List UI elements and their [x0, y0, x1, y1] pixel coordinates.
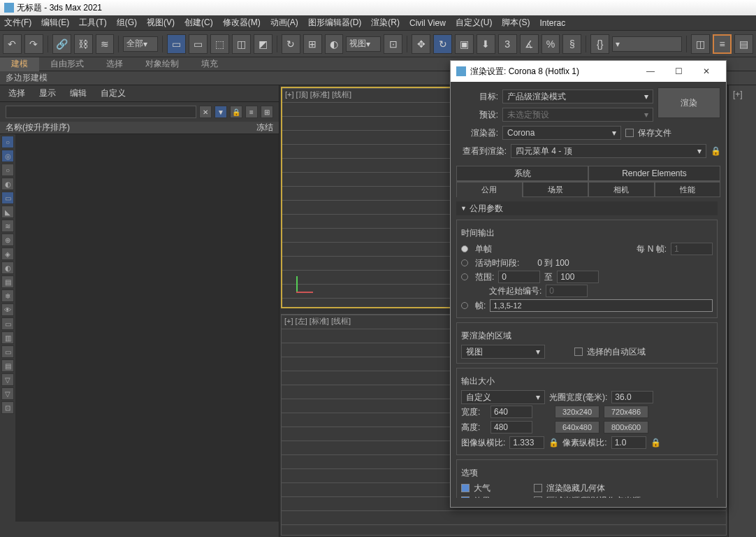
redo-button[interactable]: ↷ — [24, 34, 43, 54]
spinner-snap-button[interactable]: § — [562, 34, 581, 54]
filter-groups-icon[interactable]: ⊕ — [1, 234, 14, 246]
refcoord-select[interactable]: 视图 ▾ — [346, 36, 381, 52]
menu-civil[interactable]: Civil View — [409, 18, 446, 28]
hidden-check[interactable] — [534, 484, 542, 492]
percent-snap-button[interactable]: % — [541, 34, 560, 54]
menu-create[interactable]: 创建(C) — [184, 17, 213, 29]
filter-cameras-icon[interactable]: ▭ — [1, 192, 14, 204]
menu-view[interactable]: 视图(V) — [147, 17, 175, 29]
filter-e-icon[interactable]: ▽ — [1, 387, 14, 400]
scene-tab-select[interactable]: 选择 — [8, 87, 25, 99]
filter-b-icon[interactable]: ▭ — [1, 345, 14, 358]
viewto-select[interactable]: 四元菜单 4 - 顶▾ — [511, 144, 706, 158]
close-button[interactable]: ✕ — [692, 62, 720, 81]
flyout-button[interactable]: ⊞ — [303, 34, 322, 54]
frames-input[interactable] — [490, 299, 713, 312]
scale-button[interactable]: ▣ — [455, 34, 474, 54]
active-seg-radio[interactable] — [461, 259, 468, 266]
maximize-button[interactable]: ☐ — [664, 62, 692, 81]
viewport-left-label[interactable]: [+] [左] [标准] [线框] — [284, 316, 351, 327]
layer-button[interactable]: ▤ — [734, 34, 753, 54]
lock-icon[interactable]: 🔒 — [230, 106, 242, 118]
tab-scene[interactable]: 场景 — [523, 182, 589, 197]
menu-render[interactable]: 渲染(R) — [371, 17, 400, 29]
preset-800[interactable]: 800x600 — [604, 421, 648, 434]
angle-snap-button[interactable]: ∡ — [520, 34, 539, 54]
list-icon[interactable]: ≡ — [245, 106, 258, 118]
filter-xrefs-icon[interactable]: ◈ — [1, 248, 14, 260]
center-button[interactable]: ⊡ — [384, 34, 402, 54]
tab-common[interactable]: 公用 — [456, 182, 523, 197]
unlink-button[interactable]: ⛓ — [74, 34, 93, 54]
img-lock-icon[interactable]: 🔒 — [548, 438, 558, 448]
area-light-check[interactable] — [534, 496, 542, 498]
minimize-button[interactable]: — — [637, 62, 664, 81]
width-spin[interactable]: 640 — [490, 406, 532, 418]
ribbon-tab-freeform[interactable]: 自由形式 — [39, 57, 95, 71]
options-icon[interactable]: ⊞ — [261, 106, 273, 118]
move-button[interactable]: ✥ — [412, 34, 430, 54]
menu-group[interactable]: 组(G) — [117, 17, 137, 29]
filter-all-icon[interactable]: ○ — [1, 136, 14, 148]
menu-edit[interactable]: 编辑(E) — [41, 17, 69, 29]
select-crossing-button[interactable]: ◩ — [254, 34, 272, 54]
bind-button[interactable]: ≋ — [96, 34, 115, 54]
single-radio[interactable] — [461, 245, 468, 252]
menu-animation[interactable]: 动画(A) — [270, 17, 298, 29]
select-window-button[interactable]: ◫ — [232, 34, 251, 54]
scene-tab-display[interactable]: 显示 — [39, 87, 56, 99]
atmosphere-check[interactable] — [461, 484, 470, 492]
search-input[interactable] — [6, 106, 196, 118]
align-button[interactable]: ≡ — [713, 34, 732, 54]
savefile-check[interactable] — [625, 129, 634, 137]
preset-640[interactable]: 640x480 — [555, 421, 599, 434]
filter-f-icon[interactable]: ⊡ — [1, 401, 14, 414]
menu-interactive[interactable]: Interac — [539, 18, 565, 28]
aperture-spin[interactable]: 36.0 — [611, 391, 653, 403]
ribbon-tab-paint[interactable]: 对象绘制 — [134, 57, 190, 71]
lock-view-icon[interactable]: 🔒 — [711, 146, 720, 156]
range-to-spin[interactable]: 100 — [557, 271, 599, 283]
filter-frozen-icon[interactable]: ❄ — [1, 289, 14, 302]
filter-none-icon[interactable]: ▭ — [1, 317, 14, 330]
filter-hidden-icon[interactable]: 👁 — [1, 303, 14, 316]
ribbon-tab-populate[interactable]: 填充 — [190, 57, 229, 71]
filter-containers-icon[interactable]: ▤ — [1, 275, 14, 288]
filter-helpers-icon[interactable]: ◣ — [1, 206, 14, 218]
preset-select[interactable]: 未选定预设▾ — [502, 108, 653, 122]
filter-select[interactable]: 全部 ▾ — [123, 36, 158, 52]
clear-icon[interactable]: ✕ — [199, 106, 212, 118]
pix-lock-icon[interactable]: 🔒 — [650, 438, 660, 448]
menu-tools[interactable]: 工具(T) — [79, 17, 106, 29]
range-from-spin[interactable]: 0 — [498, 271, 540, 283]
filter-spacewarps-icon[interactable]: ≋ — [1, 220, 14, 232]
axis-gizmo[interactable] — [296, 272, 317, 293]
effects-check[interactable] — [461, 496, 470, 498]
named-sel-select[interactable]: ▾ — [612, 36, 682, 52]
filter-geometry-icon[interactable]: ◎ — [1, 150, 14, 162]
ribbon-tab-modeling[interactable]: 建模 — [0, 57, 39, 71]
menu-script[interactable]: 脚本(S) — [502, 17, 530, 29]
target-select[interactable]: 产品级渲染模式▾ — [502, 90, 653, 103]
placement-button[interactable]: ⬇ — [477, 34, 495, 54]
manipulate-button[interactable]: ↻ — [282, 34, 300, 54]
every-n-spin[interactable]: 1 — [671, 243, 713, 255]
dialog-titlebar[interactable]: 渲染设置: Corona 8 (Hotfix 1) — ☐ ✕ — [451, 61, 726, 82]
menu-customize[interactable]: 自定义(U) — [456, 17, 493, 29]
filter-icon[interactable]: ▼ — [215, 106, 227, 118]
frames-radio[interactable] — [461, 302, 468, 309]
preset-720[interactable]: 720x486 — [604, 406, 648, 418]
select-name-button[interactable]: ▭ — [189, 34, 208, 54]
filter-lights-icon[interactable]: ◐ — [1, 178, 14, 190]
filter-d-icon[interactable]: ▽ — [1, 373, 14, 386]
scene-tab-custom[interactable]: 自定义 — [101, 87, 126, 99]
tab-camera[interactable]: 相机 — [588, 182, 655, 197]
menu-graph[interactable]: 图形编辑器(D) — [308, 17, 362, 29]
mirror-button[interactable]: ◫ — [691, 34, 710, 54]
tab-render-elements[interactable]: Render Elements — [588, 166, 720, 181]
viewport-plus-label[interactable]: [+] — [729, 85, 756, 103]
select-rect-button[interactable]: ⬚ — [210, 34, 229, 54]
render-button[interactable]: 渲染 — [657, 87, 720, 118]
preset-320[interactable]: 320x240 — [555, 406, 599, 418]
pix-aspect-spin[interactable]: 1.0 — [611, 436, 646, 449]
